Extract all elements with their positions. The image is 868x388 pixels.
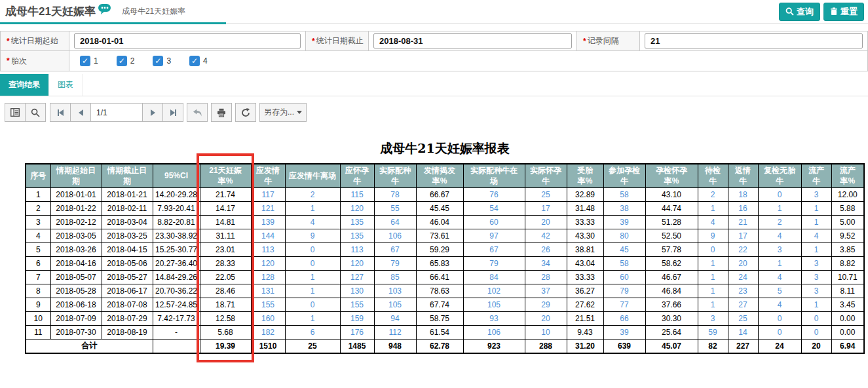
cell[interactable]: 117 [251, 188, 285, 202]
last-page-button[interactable] [162, 103, 183, 122]
cell[interactable]: 1 [758, 257, 801, 271]
cell[interactable]: 85 [374, 271, 416, 284]
cell[interactable]: 3 [801, 257, 831, 271]
cell[interactable]: 84 [463, 271, 525, 284]
cell[interactable]: 23 [728, 284, 758, 298]
cell[interactable]: 27 [728, 298, 758, 312]
checkbox-checked-icon[interactable]: ✓ [80, 56, 90, 66]
next-page-button[interactable] [142, 103, 163, 122]
cell[interactable]: 182 [251, 326, 285, 340]
end-date-input[interactable] [373, 33, 572, 48]
cell[interactable]: 45 [603, 243, 645, 257]
cell[interactable]: 76 [463, 188, 525, 202]
cell[interactable]: 9 [285, 229, 340, 243]
cell[interactable]: 106 [374, 229, 416, 243]
parity-option-3[interactable]: ✓ 3 [153, 56, 171, 66]
cell[interactable]: 131 [251, 284, 285, 298]
cell[interactable]: 4 [801, 229, 831, 243]
cell[interactable]: 0 [285, 257, 340, 271]
cell[interactable]: 79 [374, 257, 416, 271]
cell[interactable]: 28 [525, 271, 567, 284]
cell[interactable]: 97 [463, 229, 525, 243]
cell[interactable]: 60 [603, 271, 645, 284]
cell[interactable]: 4 [698, 216, 728, 229]
cell[interactable]: 14 [728, 326, 758, 340]
cell[interactable]: 54 [463, 202, 525, 216]
cell[interactable]: 37 [525, 284, 567, 298]
cell[interactable]: 127 [340, 271, 374, 284]
back-button[interactable] [187, 103, 208, 122]
start-date-input[interactable] [74, 33, 301, 48]
cell[interactable]: 60 [463, 216, 525, 229]
cell[interactable]: 59 [698, 326, 728, 340]
cell[interactable]: 135 [340, 229, 374, 243]
cell[interactable]: 1 [801, 202, 831, 216]
cell[interactable]: 128 [251, 271, 285, 284]
parity-option-1[interactable]: ✓ 1 [80, 56, 98, 66]
checkbox-checked-icon[interactable]: ✓ [189, 56, 200, 66]
parity-option-4[interactable]: ✓ 4 [189, 56, 208, 66]
cell[interactable]: 1 [285, 284, 340, 298]
cell[interactable]: 1 [698, 271, 728, 284]
cell[interactable]: 18 [728, 188, 758, 202]
cell[interactable]: 22 [728, 243, 758, 257]
cell[interactable]: 103 [374, 284, 416, 298]
tab-query-results[interactable]: 查询结果 [0, 74, 49, 96]
cell[interactable]: 93 [463, 312, 525, 326]
cell[interactable]: 105 [463, 298, 525, 312]
cell[interactable]: 66 [603, 312, 645, 326]
cell[interactable]: 1 [698, 298, 728, 312]
cell[interactable]: 25 [525, 188, 567, 202]
first-page-button[interactable] [50, 103, 71, 122]
cell[interactable]: 26 [525, 243, 567, 257]
cell[interactable]: 160 [251, 312, 285, 326]
cell[interactable]: 6 [285, 326, 340, 340]
cell[interactable]: 4 [758, 229, 801, 243]
cell[interactable]: 1 [801, 216, 831, 229]
checkbox-checked-icon[interactable]: ✓ [117, 56, 127, 66]
cell[interactable]: 0 [758, 188, 801, 202]
cell[interactable]: 17 [728, 229, 758, 243]
cell[interactable]: 2 [758, 216, 801, 229]
cell[interactable]: 4 [285, 216, 340, 229]
cell[interactable]: 3 [758, 243, 801, 257]
parity-option-2[interactable]: ✓ 2 [117, 56, 135, 66]
cell[interactable]: 58 [603, 257, 645, 271]
cell[interactable]: 3 [801, 271, 831, 284]
checkbox-checked-icon[interactable]: ✓ [153, 56, 163, 66]
cell[interactable]: 1 [285, 312, 340, 326]
cell[interactable]: 9 [698, 229, 728, 243]
cell[interactable]: 0 [758, 312, 801, 326]
cell[interactable]: 10 [525, 326, 567, 340]
cell[interactable]: 1 [801, 298, 831, 312]
cell[interactable]: 139 [251, 216, 285, 229]
cell[interactable]: 130 [340, 284, 374, 298]
cell[interactable]: 20 [728, 257, 758, 271]
export-button[interactable] [235, 103, 256, 122]
cell[interactable]: 21 [728, 216, 758, 229]
print-button[interactable] [211, 103, 232, 122]
cell[interactable]: 17 [525, 202, 567, 216]
cell[interactable]: 144 [251, 229, 285, 243]
tab-chart[interactable]: 图表 [49, 74, 83, 96]
reset-button[interactable]: 重置 [823, 3, 864, 21]
cell[interactable]: 113 [251, 243, 285, 257]
cell[interactable]: 120 [340, 202, 374, 216]
cell[interactable]: 120 [340, 257, 374, 271]
cell[interactable]: 120 [251, 257, 285, 271]
cell[interactable]: 16 [728, 202, 758, 216]
cell[interactable]: 25 [728, 312, 758, 326]
cell[interactable]: 1 [285, 271, 340, 284]
cell[interactable]: 0 [285, 298, 340, 312]
cell[interactable]: 29 [525, 298, 567, 312]
cell[interactable]: 80 [603, 229, 645, 243]
cell[interactable]: 106 [463, 326, 525, 340]
cell[interactable]: 20 [525, 312, 567, 326]
cell[interactable]: 0 [285, 243, 340, 257]
cell[interactable]: 67 [374, 243, 416, 257]
cell[interactable]: 115 [340, 188, 374, 202]
cell[interactable]: 2 [698, 188, 728, 202]
cell[interactable]: 67 [463, 243, 525, 257]
prev-page-button[interactable] [70, 103, 91, 122]
cell[interactable]: 4 [758, 298, 801, 312]
